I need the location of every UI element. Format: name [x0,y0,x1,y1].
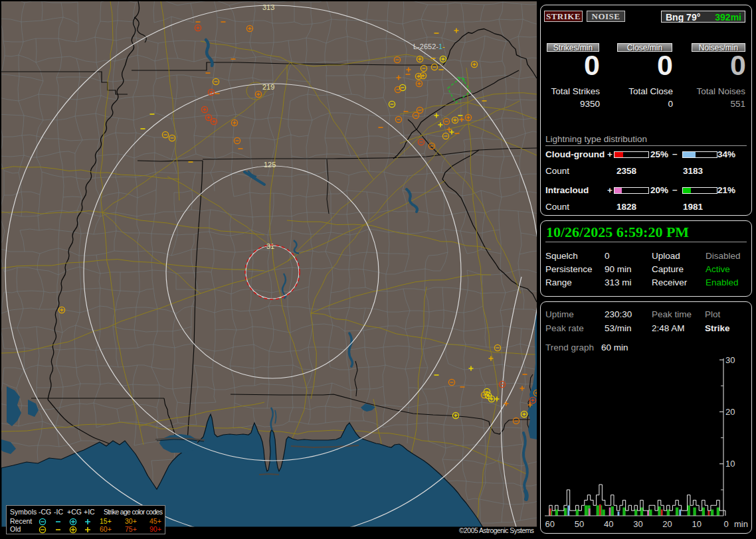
svg-text:219: 219 [262,83,274,91]
svg-text:20: 20 [662,519,672,529]
svg-text:90+: 90+ [149,525,161,533]
svg-text:0: 0 [723,519,728,529]
svg-text:15+: 15+ [100,517,112,525]
svg-text:Recent: Recent [10,517,32,525]
svg-text:-IC: -IC [54,508,63,516]
svg-text:60+: 60+ [100,525,112,533]
svg-text:20: 20 [725,407,735,417]
svg-text:+CG: +CG [67,508,82,516]
svg-text:30: 30 [725,355,735,365]
svg-text:31: 31 [266,242,274,250]
svg-text:30: 30 [633,519,642,529]
svg-text:45+: 45+ [149,517,161,525]
svg-text:10: 10 [692,519,702,529]
svg-text:313: 313 [262,3,274,11]
svg-text:75+: 75+ [125,525,137,533]
svg-text:125: 125 [264,161,276,169]
svg-text:L-2652-1-: L-2652-1- [413,42,445,50]
svg-text:Old: Old [10,525,21,533]
svg-text:©2005 Astrogenic Systems: ©2005 Astrogenic Systems [459,527,534,534]
svg-text:-CG: -CG [39,508,51,516]
svg-text:50: 50 [575,519,584,529]
svg-text:40: 40 [604,519,613,529]
svg-text:60: 60 [545,519,555,529]
svg-text:Symbols: Symbols [10,508,37,516]
svg-text:30+: 30+ [125,517,137,525]
svg-text:+IC: +IC [84,508,95,516]
svg-text:10: 10 [725,459,735,469]
svg-text:min: min [734,519,748,529]
svg-text:Strike age color codes: Strike age color codes [104,508,163,516]
